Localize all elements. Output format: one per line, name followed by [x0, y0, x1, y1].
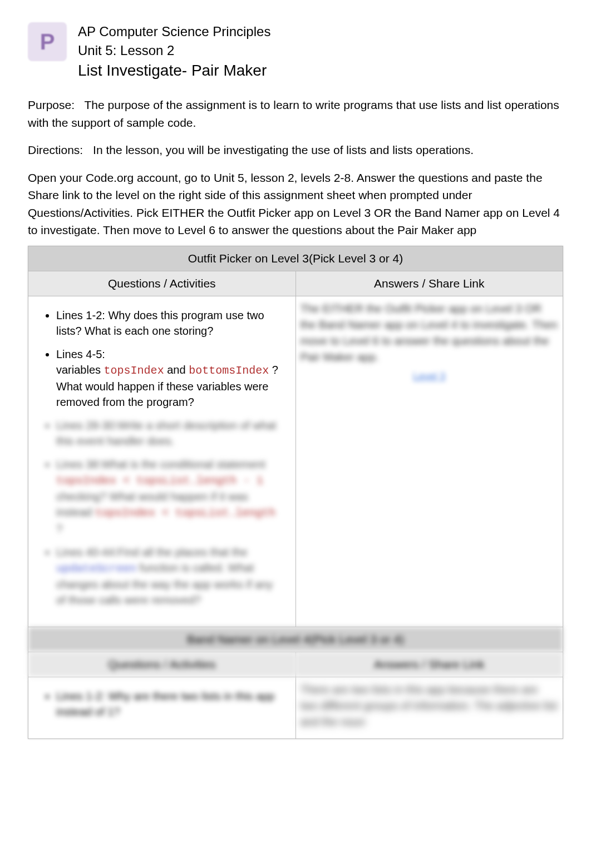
answer2-blurred-text: There are two lists in this app because … [301, 682, 559, 730]
directions-text: In the lesson, you will be investigating… [93, 143, 474, 156]
logo-icon: P [28, 22, 67, 61]
directions-block: Directions: In the lesson, you will be i… [28, 141, 563, 159]
q1-li4-blurred: Lines 38:What is the conditional stateme… [56, 457, 284, 537]
code-var-topsindex: topsIndex [104, 364, 164, 377]
col-answers-header: Answers / Share Link [296, 271, 563, 296]
purpose-block: Purpose: The purpose of the assignment i… [28, 96, 563, 131]
questions-cell-2: Lines 1-2: Why are there two lists in th… [28, 677, 296, 738]
q1-li1: Lines 1-2: Why does this program use two… [56, 307, 284, 339]
col2-questions-header: Questions / Activities [28, 652, 296, 677]
page-title: List Investigate- Pair Maker [78, 62, 270, 80]
purpose-text: The purpose of the assignment is to lear… [28, 98, 559, 129]
course-name: AP Computer Science Principles [78, 22, 270, 41]
purpose-label: Purpose: [28, 96, 75, 114]
q2-li1: Lines 1-2: Why are there two lists in th… [56, 688, 284, 720]
unit-line: Unit 5: Lesson 2 [78, 41, 270, 60]
q1-li3-blurred: Lines 28-30:Write a short description of… [56, 418, 284, 449]
instructions-block: Open your Code.org account, go to Unit 5… [28, 169, 563, 239]
section1-header: Outfit Picker on Level 3(Pick Level 3 or… [28, 246, 563, 271]
worksheet-table: Outfit Picker on Level 3(Pick Level 3 or… [28, 246, 563, 739]
q1-li2: Lines 4-5: variables topsIndex and botto… [56, 346, 284, 410]
section2-header: Band Namer on Level 4(Pick Level 3 or 4) [28, 627, 563, 652]
col-questions-header: Questions / Activities [28, 271, 296, 296]
directions-label: Directions: [28, 141, 83, 159]
col2-answers-header: Answers / Share Link [296, 652, 563, 677]
answers-cell-1: The EITHER the Outfit Picker app on Leve… [296, 296, 563, 627]
q1-li5-blurred: Lines 40-44:Find all the places that the… [56, 544, 284, 608]
header-text: AP Computer Science Principles Unit 5: L… [78, 22, 270, 80]
answer1-link[interactable]: Level 3 [301, 371, 559, 383]
answers-cell-2: There are two lists in this app because … [296, 677, 563, 738]
questions-cell-1: Lines 1-2: Why does this program use two… [28, 296, 296, 627]
code-var-bottomsindex: bottomsIndex [189, 364, 269, 377]
answer1-blurred-text: The EITHER the Outfit Picker app on Leve… [301, 301, 559, 365]
